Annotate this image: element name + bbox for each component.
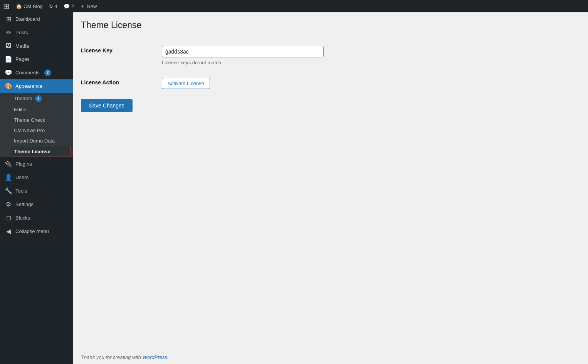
sidebar-item-label: Comments: [15, 70, 40, 75]
tools-icon: 🔧: [5, 187, 12, 195]
theme-check-label: Theme Check: [14, 117, 45, 123]
submenu-themes[interactable]: Themes 4: [0, 93, 73, 104]
admin-bar: ⊞ 🏠 CM Blog ↻ 4 💬 2 ＋ New: [0, 0, 588, 12]
settings-icon: ⚙: [5, 201, 12, 208]
site-name: CM Blog: [24, 3, 43, 9]
site-icon: 🏠: [16, 3, 22, 9]
sidebar-item-label: Dashboard: [15, 16, 40, 22]
sidebar-item-label: Media: [15, 43, 29, 49]
license-action-row: License Action Activate License: [81, 72, 428, 95]
license-key-label: License Key: [81, 47, 113, 54]
new-label: New: [87, 3, 97, 9]
import-demo-label: Import Demo Data: [14, 138, 55, 144]
sidebar-item-label: Pages: [15, 56, 30, 62]
appearance-icon: 🎨: [5, 82, 12, 90]
sidebar-item-tools[interactable]: 🔧 Tools: [0, 184, 73, 198]
comments-icon: 💬: [64, 3, 70, 9]
collapse-icon: ◀: [5, 228, 12, 235]
form-table: License Key License keys do not match. L…: [81, 40, 428, 95]
comments-badge: 2: [44, 69, 51, 76]
themes-badge: 4: [35, 95, 42, 102]
pages-icon: 📄: [5, 55, 12, 63]
sidebar-item-dashboard[interactable]: ⊞ Dashboard: [0, 12, 73, 26]
license-action-label: License Action: [81, 79, 119, 86]
footer-suffix: .: [167, 354, 169, 360]
activate-license-button[interactable]: Activate License: [162, 78, 210, 89]
cm-news-pro-label: CM News Pro: [14, 127, 45, 133]
sidebar-item-label: Users: [15, 174, 29, 180]
submenu-editor[interactable]: Editor: [0, 104, 73, 115]
adminbar-updates[interactable]: ↻ 4: [49, 3, 57, 9]
sidebar-item-pages[interactable]: 📄 Pages: [0, 52, 73, 66]
wp-logo-icon[interactable]: ⊞: [3, 2, 10, 11]
wordpress-link[interactable]: WordPress: [143, 354, 167, 360]
dashboard-icon: ⊞: [5, 15, 12, 23]
users-icon: 👤: [5, 174, 12, 181]
posts-icon: ✏: [5, 29, 12, 36]
theme-license-label: Theme License: [14, 149, 50, 154]
sidebar-item-users[interactable]: 👤 Users: [0, 171, 73, 184]
sidebar-item-label: Tools: [15, 188, 27, 194]
appearance-submenu: Themes 4 Editor Theme Check CM News Pro …: [0, 93, 73, 157]
page-title: Theme License: [81, 20, 580, 30]
comments-count: 2: [71, 3, 74, 9]
updates-count: 4: [55, 3, 57, 9]
sidebar-item-settings[interactable]: ⚙ Settings: [0, 198, 73, 211]
sidebar: ⊞ Dashboard ✏ Posts 🖼 Media 📄 Pages 💬 Co…: [0, 12, 73, 364]
sidebar-item-media[interactable]: 🖼 Media: [0, 39, 73, 52]
media-icon: 🖼: [5, 42, 12, 49]
submenu-theme-license[interactable]: Theme License: [11, 147, 71, 156]
submenu-import-demo-data[interactable]: Import Demo Data: [0, 136, 73, 146]
footer: Thank you for creating with WordPress.: [81, 347, 580, 364]
sidebar-item-label: Plugins: [15, 161, 32, 167]
sidebar-item-posts[interactable]: ✏ Posts: [0, 26, 73, 39]
updates-icon: ↻: [49, 3, 53, 9]
license-error-text: License keys do not match.: [162, 60, 424, 65]
comments-nav-icon: 💬: [5, 69, 12, 76]
plugins-icon: 🔌: [5, 160, 12, 168]
adminbar-site[interactable]: 🏠 CM Blog: [16, 3, 43, 9]
main-layout: ⊞ Dashboard ✏ Posts 🖼 Media 📄 Pages 💬 Co…: [0, 12, 588, 364]
submenu-cm-news-pro[interactable]: CM News Pro: [0, 125, 73, 136]
themes-label: Themes: [14, 96, 32, 101]
sidebar-item-plugins[interactable]: 🔌 Plugins: [0, 157, 73, 171]
content-area: Theme License License Key License keys d…: [73, 12, 588, 364]
save-changes-wrapper: Save Changes: [81, 95, 580, 112]
sidebar-item-label: Appearance: [15, 83, 42, 89]
sidebar-item-label: Collapse menu: [15, 228, 49, 234]
sidebar-item-appearance[interactable]: 🎨 Appearance: [0, 79, 73, 93]
sidebar-item-label: Settings: [15, 201, 34, 207]
license-key-input[interactable]: [162, 46, 324, 57]
editor-label: Editor: [14, 107, 27, 112]
submenu-theme-check[interactable]: Theme Check: [0, 115, 73, 125]
plus-icon: ＋: [80, 3, 85, 10]
sidebar-item-comments[interactable]: 💬 Comments 2: [0, 66, 73, 79]
adminbar-comments[interactable]: 💬 2: [64, 3, 74, 9]
blocks-icon: ◻: [5, 214, 12, 221]
sidebar-item-label: Blocks: [15, 215, 30, 221]
sidebar-item-blocks[interactable]: ◻ Blocks: [0, 211, 73, 225]
adminbar-new[interactable]: ＋ New: [80, 3, 97, 10]
save-changes-button[interactable]: Save Changes: [81, 99, 133, 112]
footer-text: Thank you for creating with: [81, 354, 143, 360]
sidebar-item-label: Posts: [15, 30, 28, 35]
sidebar-item-collapse[interactable]: ◀ Collapse menu: [0, 225, 73, 238]
license-key-row: License Key License keys do not match.: [81, 40, 428, 72]
